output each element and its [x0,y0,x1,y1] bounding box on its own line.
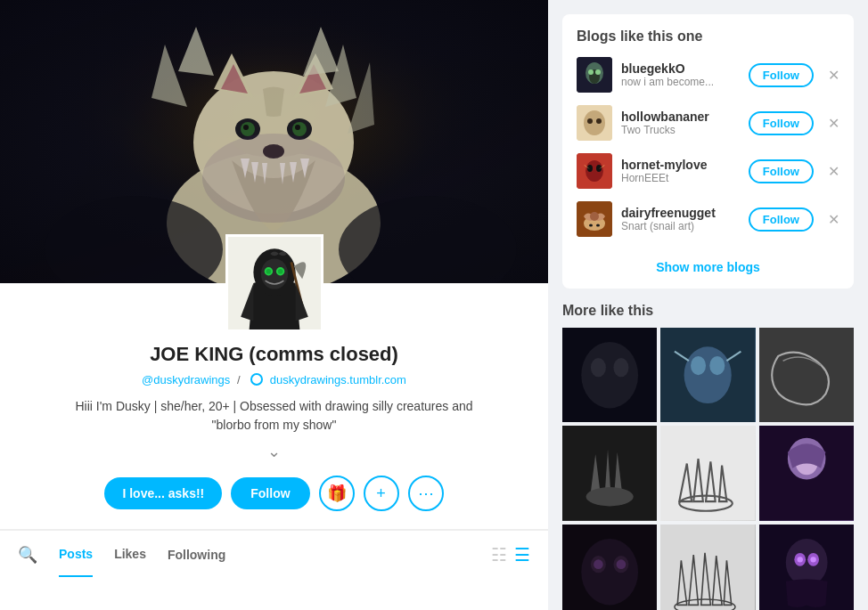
blog-avatar-3 [577,201,612,237]
profile-handle-link[interactable]: @duskydrawings [142,373,230,386]
image-grid [562,328,854,610]
show-more-blogs-button[interactable]: Show more blogs [577,249,839,274]
svg-point-25 [588,69,594,75]
asks-button[interactable]: I love... asks!! [104,477,222,509]
svg-point-52 [586,487,634,506]
blog-info-1: hollowbananer Two Trucks [621,110,740,136]
follow-blog-button-2[interactable]: Follow [749,159,814,183]
svg-point-8 [243,125,249,130]
globe-icon [250,373,263,386]
blog-tagline-2: HornEEEt [621,172,740,184]
svg-point-73 [810,557,815,562]
grid-image-5[interactable] [759,426,854,520]
svg-point-47 [710,356,725,375]
tabs-bar: 🔍 Posts Likes Following ☷ ☰ [0,529,548,579]
right-panel: Blogs like this one bluegekkO now i am b… [548,0,868,610]
blog-item-3: dairyfreenugget Snart (snail art) Follow… [577,201,839,237]
dismiss-blog-1[interactable]: ✕ [828,115,839,132]
svg-point-28 [584,110,605,135]
grid-image-3[interactable] [562,426,657,520]
blog-name-3: dairyfreenugget [621,206,740,220]
profile-panel: JOE KING (comms closed) @duskydrawings /… [0,0,548,610]
svg-point-43 [613,358,628,377]
more-section-title: More like this [562,303,854,319]
blog-info-2: hornet-mylove HornEEEt [621,158,740,184]
svg-point-38 [589,224,593,227]
blog-tagline-3: Snart (snail art) [621,220,740,232]
svg-point-20 [277,269,283,274]
profile-name: JOE KING (comms closed) [18,343,530,366]
svg-point-61 [581,539,638,605]
tab-view-icons: ☷ ☰ [491,544,530,565]
grid-image-7[interactable] [660,525,755,610]
grid-image-0[interactable] [562,328,657,422]
avatar [225,234,323,332]
blog-avatar-1 [577,105,612,141]
blogs-card: Blogs like this one bluegekkO now i am b… [562,14,854,289]
profile-info: JOE KING (comms closed) @duskydrawings /… [0,332,548,461]
svg-point-37 [590,212,599,221]
dismiss-blog-2[interactable]: ✕ [828,163,839,180]
blog-tagline-1: Two Trucks [621,124,740,136]
tab-following[interactable]: Following [168,533,225,576]
blog-name-2: hornet-mylove [621,158,740,172]
follow-button[interactable]: Follow [231,477,309,509]
avatar-container [0,234,548,332]
follow-blog-button-3[interactable]: Follow [749,207,814,232]
grid-image-4[interactable] [660,426,755,520]
grid-image-8[interactable] [759,525,854,610]
svg-point-9 [295,125,300,130]
svg-point-33 [587,165,593,172]
grid-view-icon[interactable]: ☷ [491,544,507,565]
list-view-icon[interactable]: ☰ [514,544,530,565]
svg-rect-50 [759,328,854,422]
svg-point-69 [785,539,827,586]
blogs-section-title: Blogs like this one [577,28,839,45]
blog-name-0: bluegekkO [621,61,740,76]
action-buttons: I love... asks!! Follow 🎁 + ⋯ [0,476,548,511]
svg-point-39 [596,224,600,227]
bio-expand-button[interactable]: ⌄ [18,442,530,461]
svg-rect-53 [660,426,755,520]
tab-search-icon[interactable]: 🔍 [18,531,37,579]
blog-item-1: hollowbananer Two Trucks Follow ✕ [577,105,839,141]
profile-bio: Hiii I'm Dusky | she/her, 20+ | Obsessed… [18,397,530,435]
svg-point-30 [596,118,602,124]
dismiss-blog-0[interactable]: ✕ [828,67,839,84]
dismiss-blog-3[interactable]: ✕ [828,211,839,228]
svg-point-42 [591,358,606,377]
svg-point-26 [595,69,601,75]
blog-item-2: hornet-mylove HornEEEt Follow ✕ [577,153,839,189]
gift-button[interactable]: 🎁 [319,476,355,511]
blog-avatar-2 [577,153,612,189]
grid-image-6[interactable] [562,525,657,610]
blog-avatar-0 [577,57,612,93]
tab-likes[interactable]: Likes [114,533,146,577]
svg-point-45 [684,346,732,403]
more-options-button[interactable]: ⋯ [408,476,444,511]
recommend-button[interactable]: + [364,476,399,511]
svg-point-72 [797,557,802,562]
blog-item-0: bluegekkO now i am become... Follow ✕ [577,57,839,93]
svg-point-34 [596,165,602,172]
svg-point-65 [617,559,626,569]
blog-info-0: bluegekkO now i am become... [621,61,740,88]
svg-point-13 [202,134,345,223]
grid-image-2[interactable] [759,328,854,422]
grid-image-1[interactable] [660,328,755,422]
svg-point-19 [266,269,271,274]
svg-point-32 [585,160,603,182]
blog-info-3: dairyfreenugget Snart (snail art) [621,206,740,232]
blog-tagline-0: now i am become... [621,76,740,88]
svg-point-64 [594,559,603,569]
svg-point-29 [587,118,593,124]
profile-links: @duskydrawings / duskydrawings.tumblr.co… [18,371,530,386]
more-section: More like this [562,303,854,610]
tab-posts[interactable]: Posts [59,533,93,577]
svg-point-46 [691,356,706,375]
profile-website-link[interactable]: duskydrawings.tumblr.com [270,373,406,386]
svg-rect-66 [660,525,755,610]
blog-name-1: hollowbananer [621,110,740,124]
follow-blog-button-0[interactable]: Follow [749,63,814,87]
follow-blog-button-1[interactable]: Follow [749,111,814,135]
